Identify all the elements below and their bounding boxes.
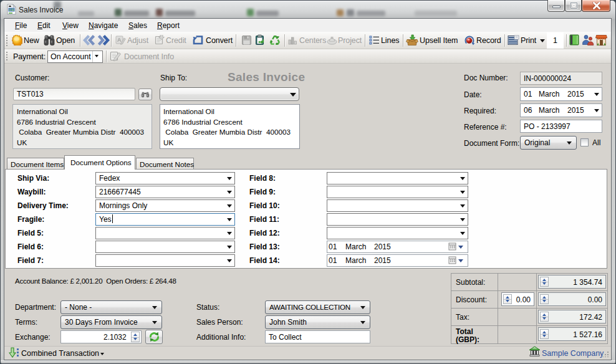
svg-text:A: A xyxy=(117,37,122,43)
